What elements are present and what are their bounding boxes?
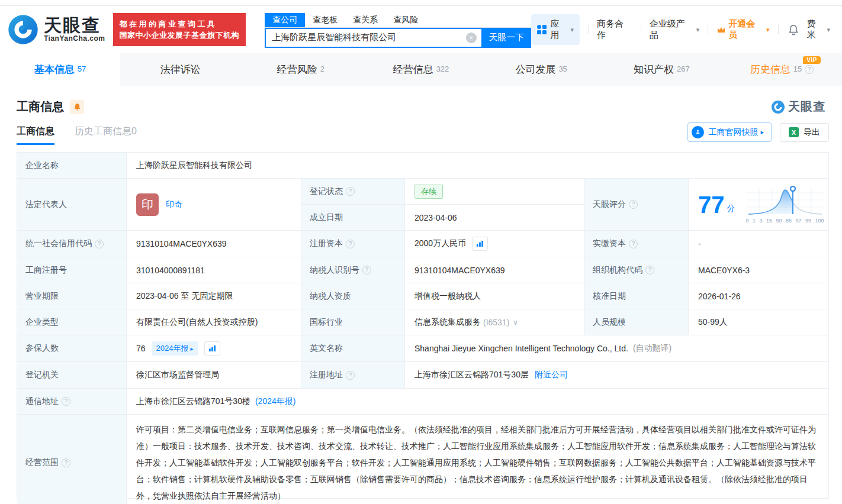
subtab-business-registration[interactable]: 工商信息	[17, 125, 54, 145]
top-menu: 应用 ▾ 商务合作 企业级产品 ▾ 开通会员 ▾ 费米 ▾	[531, 14, 842, 45]
field-label-registered-address: 注册地址 ?	[301, 362, 405, 389]
insured-chart-icon[interactable]	[204, 341, 220, 356]
score-chart-tick: 15	[766, 218, 772, 224]
crown-icon	[716, 25, 726, 34]
section-title: 工商信息	[17, 99, 64, 115]
field-label-legal-representative: 法定代表人	[17, 179, 127, 231]
field-value-business-term: 2023-04-06 至 无固定期限	[127, 283, 301, 309]
help-icon[interactable]: ?	[629, 200, 638, 209]
nearby-companies-link[interactable]: 附近公司	[535, 370, 568, 380]
field-label-industry: 国标行业	[301, 309, 405, 335]
open-vip-button[interactable]: 开通会员 ▾	[716, 18, 769, 41]
chevron-down-icon[interactable]: ∨	[513, 318, 518, 327]
tab-intellectual-property[interactable]: 知识产权 267	[602, 53, 722, 86]
field-value-registration-number: 310104000891181	[127, 257, 301, 283]
status-badge: 存续	[414, 185, 443, 199]
caret-down-icon: ▾	[766, 26, 770, 34]
monitor-bell-icon[interactable]	[70, 100, 84, 114]
tab-company-development[interactable]: 公司发展 35	[481, 53, 602, 86]
score-number: 77	[698, 193, 725, 217]
apps-grid-icon	[537, 25, 547, 34]
search-tab-risk[interactable]: 查风险	[393, 13, 418, 27]
score-chart-tick: 99	[805, 218, 811, 224]
annual-report-badge[interactable]: 2024年报 ▸	[152, 341, 198, 356]
apps-menu[interactable]: 应用 ▾	[531, 14, 580, 45]
field-label-registration-number: 工商注册号	[17, 257, 127, 283]
legal-rep-link[interactable]: 印奇	[166, 199, 182, 210]
tab-operational-risk[interactable]: 经营风险 2	[240, 53, 361, 86]
help-icon[interactable]: ?	[346, 240, 355, 248]
help-icon[interactable]: ?	[629, 240, 638, 248]
search-tabs: 查公司 查老板 查关系 查风险	[265, 12, 531, 28]
tianyancha-watermark-icon	[771, 100, 785, 114]
help-icon[interactable]: ?	[362, 266, 371, 274]
field-label-registration-status: 登记状态 ?	[301, 179, 405, 205]
help-icon[interactable]: ?	[62, 458, 70, 467]
field-label-establish-date: 成立日期	[301, 205, 405, 231]
user-menu[interactable]: 费米 ▾	[807, 18, 830, 41]
brand-domain: TianYanCha.com	[44, 34, 105, 43]
field-label-company-type: 企业类型	[17, 309, 127, 335]
help-icon[interactable]: ?	[805, 65, 814, 74]
field-label-approval-date: 核准日期	[584, 283, 689, 309]
field-value-business-scope: 许可项目：第二类增值电信业务；互联网信息服务；第一类增值电信业务。（依法须经批准…	[127, 415, 829, 504]
legal-rep-avatar[interactable]: 印	[136, 193, 159, 216]
field-value-paid-capital: -	[689, 231, 829, 257]
help-icon[interactable]: ?	[62, 397, 70, 406]
menu-enterprise-product[interactable]: 企业级产品 ▾	[650, 18, 699, 41]
field-value-mailing-address: 上海市徐汇区云锦路701号30楼 (2024年报)	[127, 389, 829, 415]
tab-history-info[interactable]: VIP 历史信息 15 ?	[722, 53, 842, 86]
caret-down-icon: ▾	[827, 26, 830, 34]
notification-bell-icon[interactable]	[788, 24, 799, 35]
clear-search-icon[interactable]: ×	[466, 33, 477, 43]
tianyancha-logo[interactable]: 天眼查 TianYanCha.com	[7, 14, 105, 46]
official-snapshot-button[interactable]: 工商官网快照 ▸	[687, 122, 772, 142]
help-icon[interactable]: ?	[95, 240, 104, 248]
page-top-divider	[0, 0, 842, 6]
field-label-company-name: 企业名称	[17, 153, 127, 179]
field-value-company-type: 有限责任公司(自然人投资或控股)	[127, 309, 301, 335]
score-chart-tick: 85	[786, 218, 792, 224]
tab-business-info[interactable]: 经营信息 322	[361, 53, 481, 86]
field-label-business-term: 营业期限	[17, 283, 127, 309]
tab-basic-info[interactable]: 基本信息 57	[0, 53, 120, 86]
menu-business-cooperation[interactable]: 商务合作	[597, 18, 632, 41]
field-value-staff-size: 50-99人	[689, 309, 829, 335]
search-tab-relation[interactable]: 查关系	[353, 13, 378, 27]
menu-divider	[588, 25, 589, 34]
help-icon[interactable]: ?	[346, 187, 355, 196]
arrow-right-icon: ▸	[760, 128, 764, 136]
caret-down-icon: ▾	[696, 26, 700, 34]
score-chart-tick: 3	[759, 218, 762, 224]
menu-divider	[708, 25, 708, 34]
field-label-paid-capital: 实缴资本 ?	[584, 231, 689, 257]
field-label-credit-code: 统一社会信用代码 ?	[17, 231, 127, 257]
tab-legal-proceedings[interactable]: 法律诉讼	[120, 53, 240, 86]
search-tab-company[interactable]: 查公司	[265, 13, 305, 27]
help-icon[interactable]: ?	[645, 266, 654, 274]
vip-badge: VIP	[803, 56, 821, 64]
search-input-wrap: ×	[265, 28, 482, 48]
brand-name: 天眼查	[44, 17, 105, 34]
search-input[interactable]	[266, 33, 465, 43]
field-value-legal-representative: 印 印奇	[127, 179, 301, 231]
score-chart-tick: 1	[753, 218, 756, 224]
field-label-taxpayer-quality: 纳税人资质	[301, 283, 405, 309]
search-button[interactable]: 天眼一下	[483, 28, 531, 48]
field-value-tyc-score: 77 分	[689, 179, 829, 231]
search-tab-boss[interactable]: 查老板	[313, 13, 338, 27]
subtab-history-registration[interactable]: 历史工商信息0	[75, 125, 137, 145]
field-value-company-name: 上海阶跃星辰智能科技有限公司	[127, 153, 829, 179]
annual-report-link[interactable]: (2024年报)	[255, 396, 295, 407]
field-label-tyc-score: 天眼评分 ?	[584, 179, 689, 231]
export-button[interactable]: X 导出	[780, 123, 829, 142]
capital-chart-icon[interactable]	[472, 237, 488, 251]
field-value-industry[interactable]: 信息系统集成服务 (I6531) ∨	[405, 309, 584, 335]
site-header: 天眼查 TianYanCha.com 都在用的商业查询工具 国家中小企业发展子基…	[0, 6, 842, 53]
help-icon[interactable]: ?	[346, 371, 355, 380]
field-value-insured-count: 76 2024年报 ▸	[127, 335, 301, 362]
field-label-insured-count: 参保人数	[17, 335, 127, 362]
score-chart-tick: 0	[746, 218, 749, 224]
score-chart-tick: 50	[776, 218, 782, 224]
tianyancha-watermark: 天眼查	[771, 99, 825, 115]
